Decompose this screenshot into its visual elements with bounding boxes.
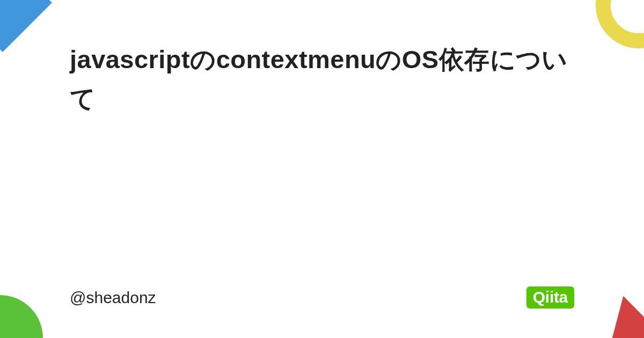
decorative-corner-bottom-left xyxy=(0,295,43,338)
content-area: javascriptのcontextmenuのOS依存について xyxy=(70,40,574,119)
author-handle: @sheadonz xyxy=(70,289,156,307)
footer: @sheadonz Qiita xyxy=(70,286,574,308)
qiita-logo: Qiita xyxy=(526,286,574,308)
decorative-corner-top-left xyxy=(0,0,52,52)
decorative-corner-top-right xyxy=(596,0,644,48)
article-title: javascriptのcontextmenuのOS依存について xyxy=(70,40,574,119)
decorative-corner-bottom-right xyxy=(592,288,644,338)
